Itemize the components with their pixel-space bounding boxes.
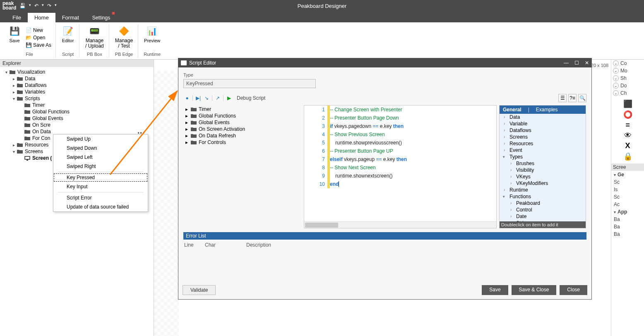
view-help-icon[interactable]: ?≡ xyxy=(568,94,577,102)
editor-button[interactable]: 📝 Editor xyxy=(60,24,76,51)
search-icon[interactable]: 🔍 xyxy=(578,94,586,102)
h-scrollbar[interactable] xyxy=(304,221,496,228)
tree-item[interactable]: ▾Visualization xyxy=(1,69,153,75)
accordion-header[interactable]: ⌄Co xyxy=(611,60,644,67)
help-tree-item[interactable]: Resources xyxy=(500,140,586,147)
property-row[interactable]: Ba xyxy=(611,216,644,223)
manage-test-button[interactable]: 🔶 Manage/ Test xyxy=(113,24,135,51)
property-row[interactable]: Sc xyxy=(611,193,644,201)
context-menu-item[interactable]: Script Error xyxy=(53,193,148,202)
tab-general[interactable]: General xyxy=(500,106,525,114)
help-tree-item[interactable]: Visibility xyxy=(500,167,586,173)
format-icon[interactable]: ⬛ xyxy=(611,98,644,109)
x-icon[interactable]: X xyxy=(611,141,644,151)
preview-button[interactable]: 📊 Preview xyxy=(142,24,162,51)
step-over-icon[interactable]: ▶| xyxy=(195,94,202,102)
help-tree-item[interactable]: VKeys xyxy=(500,173,586,180)
accordion-header[interactable]: ⌄Do xyxy=(611,82,644,89)
validate-button[interactable]: Validate xyxy=(183,285,216,295)
tab-examples[interactable]: Examples xyxy=(533,106,561,114)
accordion-header[interactable]: ⌄Ch xyxy=(611,89,644,97)
property-row[interactable]: Ac xyxy=(611,201,644,208)
context-menu-item[interactable]: Swiped Left xyxy=(53,153,148,162)
dropdown-icon[interactable]: ▾ xyxy=(42,3,44,9)
help-tree-item[interactable]: Control xyxy=(500,206,586,213)
layers-icon[interactable]: ≡ xyxy=(611,120,644,130)
dialog-titlebar[interactable]: Script Editor — ☐ ✕ xyxy=(178,58,591,67)
tree-item[interactable]: ▸Data xyxy=(1,75,153,82)
help-tree-item[interactable]: Screens xyxy=(500,134,586,140)
tree-item[interactable]: Global Events xyxy=(1,115,153,122)
help-tree-item[interactable]: Functions xyxy=(500,193,586,200)
close-button[interactable]: Close xyxy=(560,285,587,295)
property-row[interactable]: Ba xyxy=(611,230,644,238)
script-tree[interactable]: ▸Timer▸Global Functions▸Global Events▸On… xyxy=(184,105,304,228)
maximize-icon[interactable]: ☐ xyxy=(574,60,579,66)
minimize-icon[interactable]: — xyxy=(564,60,569,66)
help-tree-item[interactable]: Peakboard xyxy=(500,200,586,206)
tree-item[interactable]: ▾Scripts xyxy=(1,95,153,102)
script-tree-item[interactable]: ▸For Controls xyxy=(185,139,302,146)
context-menu-item[interactable]: Swiped Up xyxy=(53,134,148,144)
type-field[interactable] xyxy=(183,79,316,88)
tree-item[interactable]: ▸Dataflows xyxy=(1,82,153,89)
saveas-button[interactable]: 💾Save As xyxy=(25,42,52,48)
context-menu-item[interactable]: Swiped Right xyxy=(53,162,148,171)
help-tree-item[interactable]: Types xyxy=(500,154,586,160)
scrollbar-thumb[interactable] xyxy=(305,223,338,228)
help-tree-item[interactable]: Event xyxy=(500,147,586,154)
property-row[interactable]: Is xyxy=(611,186,644,193)
context-menu-item[interactable]: Key Pressed xyxy=(53,173,148,182)
dropdown-icon[interactable]: ▾ xyxy=(55,3,57,9)
help-tree-item[interactable]: Brushes xyxy=(500,160,586,167)
breakpoint-icon[interactable]: ● xyxy=(183,94,191,102)
step-into-icon[interactable]: ↘ xyxy=(203,94,210,102)
run-icon[interactable]: ▶ xyxy=(225,94,233,102)
help-tree-item[interactable]: Dataflows xyxy=(500,127,586,134)
script-tree-item[interactable]: ▸Timer xyxy=(185,106,302,113)
help-tree-item[interactable]: Data xyxy=(500,114,586,120)
property-row[interactable]: Ba xyxy=(611,223,644,230)
context-menu-item[interactable]: Swiped Down xyxy=(53,144,148,153)
script-tree-item[interactable]: ▸On Data Refresh xyxy=(185,132,302,139)
eye-icon[interactable]: 👁 xyxy=(611,130,644,141)
save-close-button[interactable]: Save & Close xyxy=(512,285,557,295)
undo-icon[interactable]: ↶ xyxy=(34,3,38,9)
view-list-icon[interactable]: ☰ xyxy=(558,94,567,102)
manage-upload-button[interactable]: 📟 Manage/ Upload xyxy=(84,24,106,51)
tree-item[interactable]: Timer xyxy=(1,102,153,108)
save-button[interactable]: Save xyxy=(482,285,508,295)
save-button[interactable]: 💾 Save xyxy=(7,24,22,51)
lock-icon[interactable]: 🔒 xyxy=(611,151,644,162)
accordion-header[interactable]: ⌄Mo xyxy=(611,67,644,74)
property-row[interactable]: Sc xyxy=(611,178,644,186)
new-button[interactable]: 📄New xyxy=(25,27,52,34)
close-icon[interactable]: ✕ xyxy=(585,60,589,66)
circle-icon[interactable]: ⭕ xyxy=(611,109,644,120)
tab-home[interactable]: Home xyxy=(28,13,55,22)
tree-item[interactable]: On Scre xyxy=(1,122,153,128)
redo-icon[interactable]: ↷ xyxy=(47,3,51,9)
tree-item[interactable]: ▸Variables xyxy=(1,89,153,95)
context-menu[interactable]: ••• Swiped UpSwiped DownSwiped LeftSwipe… xyxy=(53,134,148,212)
code-lines[interactable]: -- Change Screen with Presenter-- Presen… xyxy=(330,106,496,228)
context-menu-item[interactable]: Update of data source failed xyxy=(53,202,148,211)
tree-item[interactable]: Global Functions xyxy=(1,108,153,115)
help-tree[interactable]: DataVariableDataflowsScreensResourcesEve… xyxy=(500,114,586,221)
dropdown-icon[interactable]: ▾ xyxy=(29,3,31,9)
help-tree-item[interactable]: Variable xyxy=(500,120,586,127)
script-tree-item[interactable]: ▸On Screen Activation xyxy=(185,126,302,132)
step-out-icon[interactable]: ↗ xyxy=(214,94,221,102)
accordion-header[interactable]: ⌄Sh xyxy=(611,74,644,82)
tab-file[interactable]: File xyxy=(6,13,28,22)
context-menu-item[interactable]: Key Input xyxy=(53,182,148,191)
open-button[interactable]: 📂Open xyxy=(25,34,52,41)
script-tree-item[interactable]: ▸Global Functions xyxy=(185,113,302,119)
tab-settings[interactable]: Settings xyxy=(86,13,117,22)
help-tree-item[interactable]: Date xyxy=(500,213,586,220)
help-tree-item[interactable]: String xyxy=(500,220,586,221)
tab-format[interactable]: Format xyxy=(55,13,86,22)
script-tree-item[interactable]: ▸Global Events xyxy=(185,119,302,126)
save-icon[interactable]: 💾 xyxy=(19,3,26,9)
help-tree-item[interactable]: VKeyModifiers xyxy=(500,180,586,187)
